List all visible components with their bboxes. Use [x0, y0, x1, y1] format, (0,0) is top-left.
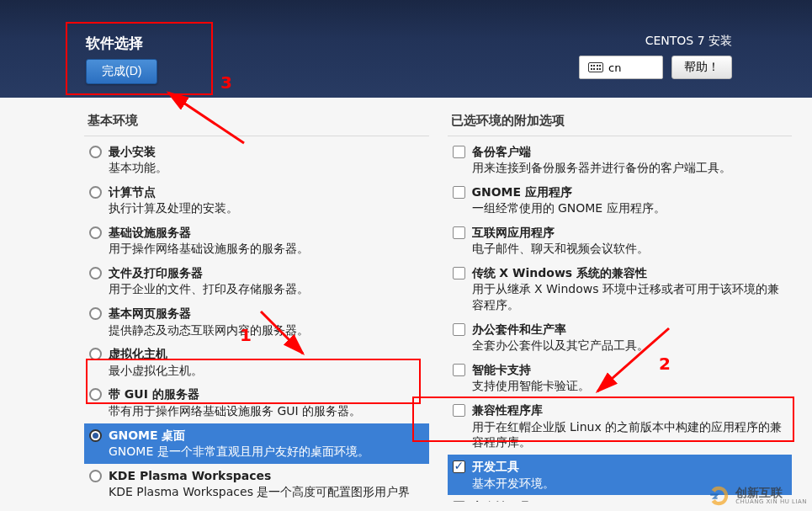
env-item-desc: 提供静态及动态互联网内容的服务器。 — [109, 322, 421, 338]
addon-item[interactable]: 互联网应用程序电子邮件、聊天和视频会议软件。 — [448, 221, 793, 261]
env-item-name: GNOME 桌面 — [109, 428, 185, 442]
addon-item-desc: 一组经常使用的 GNOME 应用程序。 — [472, 200, 784, 216]
content: 基本环境 最小安装基本功能。计算节点执行计算及处理的安装。基础设施服务器用于操作… — [0, 98, 812, 502]
env-item[interactable]: GNOME 桌面GNOME 是一个非常直观且用户友好的桌面环境。 — [84, 423, 429, 464]
env-item-desc: KDE Plasma Workspaces 是一个高度可配置图形用户界面，其中包… — [109, 484, 421, 502]
env-item-name: 文件及打印服务器 — [109, 266, 203, 279]
header-right: CENTOS 7 安装 cn 帮助！ — [579, 34, 732, 79]
addon-item[interactable]: 传统 X Windows 系统的兼容性用于从继承 X Windows 环境中迁移… — [448, 261, 793, 317]
addon-item[interactable]: GNOME 应用程序一组经常使用的 GNOME 应用程序。 — [448, 180, 793, 221]
env-item-name: 基本网页服务器 — [109, 306, 191, 320]
addon-item[interactable]: 智能卡支持支持使用智能卡验证。 — [448, 358, 793, 398]
base-env-list: 最小安装基本功能。计算节点执行计算及处理的安装。基础设施服务器用于操作网络基础设… — [84, 140, 429, 502]
addon-item-name: 传统 X Windows 系统的兼容性 — [472, 266, 648, 279]
addon-item-name: 互联网应用程序 — [472, 226, 555, 239]
checkbox-icon — [453, 364, 465, 376]
env-item-name: 计算节点 — [109, 185, 156, 199]
header: 软件选择 完成(D) CENTOS 7 安装 cn 帮助！ — [0, 0, 812, 98]
addon-item-desc: 支持使用智能卡验证。 — [472, 378, 784, 394]
addons-title: 已选环境的附加选项 — [448, 113, 793, 129]
checkbox-icon — [453, 404, 465, 417]
addons-list: 备份客户端用来连接到备份服务器并进行备份的客户端工具。GNOME 应用程序一组经… — [448, 140, 793, 502]
env-item[interactable]: 基本网页服务器提供静态及动态互联网内容的服务器。 — [84, 301, 429, 342]
radio-icon — [89, 186, 102, 199]
env-item-desc: 用于操作网络基础设施服务的服务器。 — [109, 241, 421, 257]
keyboard-icon — [588, 62, 603, 72]
watermark: 创新互联 CHUANG XIN HU LIAN — [707, 484, 807, 508]
checkbox-icon — [453, 146, 465, 158]
keyboard-layout-text: cn — [608, 61, 621, 74]
done-button[interactable]: 完成(D) — [86, 59, 157, 84]
radio-icon — [89, 470, 102, 482]
env-item[interactable]: KDE Plasma WorkspacesKDE Plasma Workspac… — [84, 464, 429, 502]
checkbox-icon — [453, 323, 465, 336]
env-item-name: KDE Plasma Workspaces — [109, 469, 271, 482]
env-item[interactable]: 文件及打印服务器用于企业的文件、打印及存储服务器。 — [84, 261, 429, 301]
addon-item[interactable]: 办公套件和生产率全套办公套件以及其它产品工具。 — [448, 317, 793, 358]
addon-item-name: 安全性工具 — [472, 500, 531, 502]
env-item[interactable]: 最小安装基本功能。 — [84, 140, 429, 180]
addon-item-name: 兼容性程序库 — [472, 403, 543, 417]
env-item[interactable]: 虚拟化主机最小虚拟化主机。 — [84, 342, 429, 382]
addon-item-desc: 用于在红帽企业版 Linux 的之前版本中构建的应用程序的兼容程序库。 — [472, 419, 784, 451]
radio-icon — [89, 267, 102, 279]
env-item-desc: GNOME 是一个非常直观且用户友好的桌面环境。 — [109, 444, 421, 460]
addon-item-name: 办公套件和生产率 — [472, 322, 566, 336]
addon-item-desc: 电子邮件、聊天和视频会议软件。 — [472, 241, 784, 257]
env-item-desc: 带有用于操作网络基础设施服务 GUI 的服务器。 — [109, 403, 421, 419]
checkbox-icon — [453, 226, 465, 239]
addon-item[interactable]: 备份客户端用来连接到备份服务器并进行备份的客户端工具。 — [448, 140, 793, 180]
watermark-en: CHUANG XIN HU LIAN — [735, 499, 807, 505]
radio-icon — [89, 307, 102, 320]
page-title: 软件选择 — [86, 34, 143, 53]
keyboard-layout-indicator[interactable]: cn — [579, 56, 663, 79]
radio-icon — [89, 348, 102, 360]
env-item-desc: 基本功能。 — [109, 160, 421, 176]
addon-item-name: GNOME 应用程序 — [472, 185, 572, 199]
watermark-logo-icon — [707, 484, 730, 508]
checkbox-icon — [453, 186, 465, 199]
addon-item-name: 开发工具 — [472, 460, 519, 473]
addon-item-desc: 全套办公套件以及其它产品工具。 — [472, 338, 784, 354]
env-item-desc: 最小虚拟化主机。 — [109, 363, 421, 379]
env-item-name: 虚拟化主机 — [109, 347, 167, 360]
radio-icon — [89, 146, 102, 158]
radio-icon — [89, 388, 102, 401]
base-env-title: 基本环境 — [84, 113, 429, 129]
radio-icon — [89, 429, 102, 442]
addon-item-name: 备份客户端 — [472, 145, 531, 158]
env-item-name: 基础设施服务器 — [109, 226, 191, 239]
addons-column: 已选环境的附加选项 备份客户端用来连接到备份服务器并进行备份的客户端工具。GNO… — [448, 113, 793, 502]
env-item-name: 最小安装 — [109, 145, 156, 158]
env-item[interactable]: 基础设施服务器用于操作网络基础设施服务的服务器。 — [84, 221, 429, 261]
watermark-cn: 创新互联 — [735, 487, 807, 499]
install-label: CENTOS 7 安装 — [579, 34, 732, 49]
checkbox-icon — [453, 267, 465, 279]
checkbox-icon — [453, 460, 465, 473]
addon-item[interactable]: 兼容性程序库用于在红帽企业版 Linux 的之前版本中构建的应用程序的兼容程序库… — [448, 398, 793, 455]
addon-item-desc: 用来连接到备份服务器并进行备份的客户端工具。 — [472, 160, 784, 176]
checkbox-icon — [453, 501, 465, 502]
help-button[interactable]: 帮助！ — [671, 56, 732, 79]
base-env-column: 基本环境 最小安装基本功能。计算节点执行计算及处理的安装。基础设施服务器用于操作… — [84, 113, 429, 502]
env-item[interactable]: 计算节点执行计算及处理的安装。 — [84, 180, 429, 221]
addon-item-name: 智能卡支持 — [472, 363, 531, 376]
addon-item-desc: 用于从继承 X Windows 环境中迁移或者可用于该环境的兼容程序。 — [472, 281, 784, 313]
env-item[interactable]: 带 GUI 的服务器带有用于操作网络基础设施服务 GUI 的服务器。 — [84, 382, 429, 423]
env-item-desc: 执行计算及处理的安装。 — [109, 200, 421, 216]
radio-icon — [89, 226, 102, 239]
env-item-name: 带 GUI 的服务器 — [109, 387, 199, 401]
env-item-desc: 用于企业的文件、打印及存储服务器。 — [109, 281, 421, 297]
